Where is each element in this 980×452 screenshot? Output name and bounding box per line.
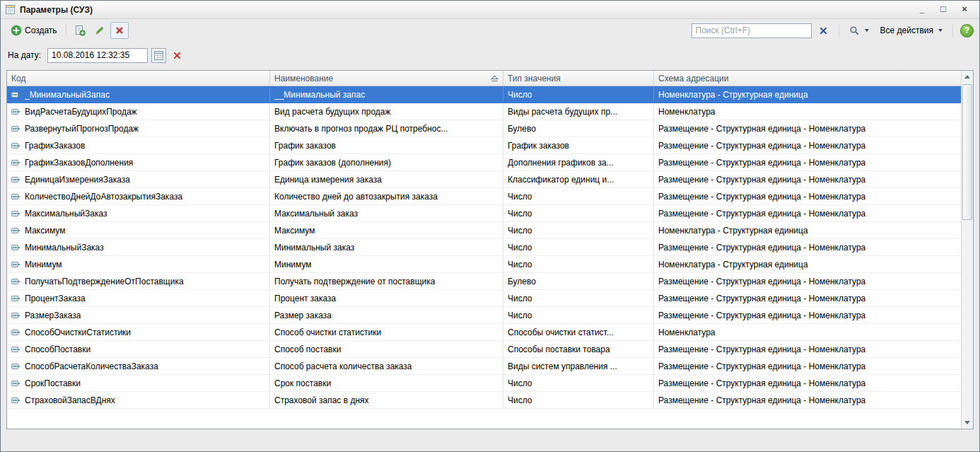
table-row[interactable]: Максимум Максимум Число Номенклатура - С…: [7, 222, 961, 239]
cell-name: Включать в прогноз продаж РЦ потребнос..…: [270, 120, 503, 137]
cell-scheme: Размещение - Структурная единица - Номен…: [654, 154, 961, 170]
cell-type: Число: [503, 290, 654, 306]
cell-type: График заказов: [503, 137, 654, 153]
red-cross-icon: [115, 25, 124, 35]
cell-code: СпособПоставки: [7, 341, 270, 357]
table-row[interactable]: ГрафикЗаказовДополнения График заказов (…: [7, 154, 961, 171]
table-body: _МинимальныйЗапас __Минимальный запас Чи…: [7, 86, 961, 429]
table-row[interactable]: ГрафикЗаказов График заказов График зака…: [7, 137, 961, 154]
scroll-up-button[interactable]: [962, 71, 973, 83]
table-row[interactable]: СтраховойЗапасВДнях Страховой запас в дн…: [7, 392, 961, 409]
window-title: Параметры (СУЗ): [20, 5, 93, 15]
scroll-down-button[interactable]: [962, 417, 973, 429]
cell-code: СтраховойЗапасВДнях: [7, 392, 270, 408]
cell-name: Процент заказа: [270, 290, 503, 306]
cell-type: Булево: [503, 273, 654, 289]
minimize-button[interactable]: _: [914, 4, 930, 16]
sort-ascending-icon: [486, 75, 498, 82]
cell-name: Единица измерения заказа: [270, 171, 503, 187]
date-filter-row: На дату:: [1, 42, 979, 69]
column-header-code[interactable]: Код: [7, 71, 270, 86]
date-input[interactable]: [47, 48, 148, 63]
cell-scheme: Размещение - Структурная единица - Номен…: [654, 171, 961, 187]
search-options-button[interactable]: [845, 22, 873, 39]
create-button[interactable]: Создать: [6, 22, 62, 39]
column-header-type[interactable]: Тип значения: [503, 71, 654, 86]
cell-type: Дополнения графиков за...: [503, 154, 654, 170]
table-row[interactable]: ВидРасчетаБудущихПродаж Вид расчета буду…: [7, 103, 961, 120]
plus-circle-icon: [11, 25, 22, 36]
vertical-scrollbar[interactable]: [961, 71, 973, 429]
table-row[interactable]: _МинимальныйЗапас __Минимальный запас Чи…: [7, 86, 961, 103]
parameter-icon: [11, 277, 21, 286]
table-row[interactable]: СпособРасчетаКоличестваЗаказа Способ рас…: [7, 358, 961, 375]
cell-code: РазвернутыйПрогнозПродаж: [7, 120, 270, 137]
column-header-scheme-label: Схема адресации: [658, 74, 728, 83]
cell-type: Число: [503, 256, 654, 272]
close-button[interactable]: ×: [957, 4, 972, 16]
cell-name: __Минимальный запас: [270, 86, 503, 103]
cell-type: Число: [503, 239, 654, 255]
search-clear-button[interactable]: [815, 22, 833, 39]
search-input[interactable]: [692, 23, 812, 38]
scroll-track[interactable]: [962, 83, 973, 417]
help-button[interactable]: ?: [960, 24, 974, 37]
table-row[interactable]: РазмерЗаказа Размер заказа Число Размеще…: [7, 307, 961, 324]
cell-scheme: Размещение - Структурная единица - Номен…: [654, 239, 961, 255]
table-row[interactable]: КоличествоДнейДоАвтозакрытияЗаказа Колич…: [7, 188, 961, 205]
delete-button[interactable]: [110, 22, 129, 39]
parameter-icon: [11, 124, 21, 133]
arrow-up-icon: [964, 75, 970, 79]
maximize-button[interactable]: □: [935, 4, 951, 16]
red-cross-icon: [173, 52, 181, 59]
table-row[interactable]: ПроцентЗаказа Процент заказа Число Разме…: [7, 290, 961, 307]
titlebar: Параметры (СУЗ) _ □ ×: [1, 1, 979, 19]
table-row[interactable]: МаксимальныйЗаказ Максимальный заказ Чис…: [7, 205, 961, 222]
cell-name: Вид расчета будущих продаж: [270, 103, 503, 120]
cell-scheme: Размещение - Структурная единица - Номен…: [654, 290, 961, 306]
cell-type: Способы поставки товара: [503, 341, 654, 357]
toolbar-separator: [839, 24, 839, 37]
edit-button[interactable]: [91, 22, 109, 39]
parameter-icon: [11, 158, 21, 167]
cell-code: МаксимальныйЗаказ: [7, 205, 270, 221]
cell-scheme: Размещение - Структурная единица - Номен…: [654, 341, 961, 357]
cell-code: МинимальныйЗаказ: [7, 239, 270, 255]
cell-scheme: Размещение - Структурная единица - Номен…: [654, 137, 961, 153]
cell-name: Способ расчета количества заказа: [270, 358, 503, 374]
parameter-icon: [11, 243, 21, 252]
cell-name: Срок поставки: [270, 375, 503, 391]
cell-code: ГрафикЗаказовДополнения: [7, 154, 270, 170]
cell-type: Булево: [503, 120, 654, 137]
table-row[interactable]: СпособПоставки Способ поставки Способы п…: [7, 341, 961, 358]
column-header-name[interactable]: Наименование: [270, 71, 503, 86]
table-row[interactable]: РазвернутыйПрогнозПродаж Включать в прог…: [7, 120, 961, 137]
parameter-icon: [11, 379, 21, 388]
cell-type: Способы очистки статист...: [503, 324, 654, 340]
parameter-icon: [11, 91, 21, 99]
pencil-icon: [94, 25, 105, 36]
calendar-grid-icon: [154, 51, 163, 60]
parameter-icon: [11, 260, 21, 269]
table-row[interactable]: ЕдиницаИзмеренияЗаказа Единица измерения…: [7, 171, 961, 188]
all-actions-button[interactable]: Все действия: [876, 22, 947, 39]
cell-name: Минимальный заказ: [270, 239, 503, 255]
date-picker-button[interactable]: [151, 48, 166, 63]
cell-name: Страховой запас в днях: [270, 392, 503, 408]
table-row[interactable]: СпособОчисткиСтатистики Способ очистки с…: [7, 324, 961, 341]
cell-type: Виды систем управления ...: [503, 358, 654, 374]
copy-button[interactable]: [71, 22, 89, 39]
help-icon-label: ?: [964, 25, 969, 35]
cell-name: Способ поставки: [270, 341, 503, 357]
table-row[interactable]: СрокПоставки Срок поставки Число Размеще…: [7, 375, 961, 392]
date-clear-button[interactable]: [170, 48, 185, 63]
cell-scheme: Размещение - Структурная единица - Номен…: [654, 375, 961, 391]
column-header-scheme[interactable]: Схема адресации: [654, 71, 961, 86]
create-button-label: Создать: [25, 25, 57, 35]
table-row[interactable]: Минимум Минимум Число Номенклатура - Стр…: [7, 256, 961, 273]
cell-code: Минимум: [7, 256, 270, 272]
scroll-thumb[interactable]: [962, 84, 972, 220]
table-row[interactable]: МинимальныйЗаказ Минимальный заказ Число…: [7, 239, 961, 256]
parameter-icon: [11, 311, 21, 320]
table-row[interactable]: ПолучатьПодтверждениеОтПоставщика Получа…: [7, 273, 961, 290]
